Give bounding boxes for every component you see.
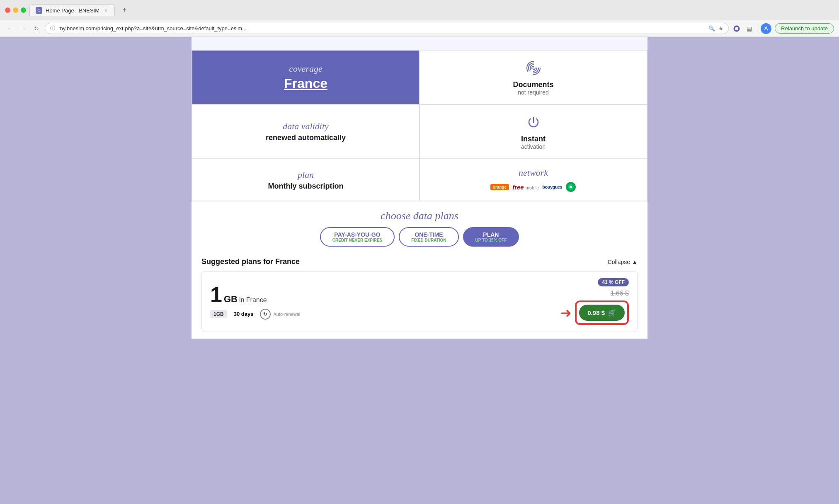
plan-tabs: PAY-AS-YOU-GO CREDIT NEVER EXPIRES ONE-T… bbox=[201, 227, 638, 247]
documents-sub: not required bbox=[518, 89, 549, 96]
puzzle-icon[interactable]: ▤ bbox=[744, 24, 754, 33]
documents-label: Documents bbox=[513, 80, 553, 89]
arrow-icon: ➜ bbox=[560, 305, 572, 321]
suggested-section: Suggested plans for France Collapse ▲ 1 … bbox=[192, 251, 647, 339]
network-cell: network orange free mobile bouygues bbox=[420, 159, 647, 201]
close-window-button[interactable] bbox=[5, 7, 10, 13]
active-tab[interactable]: ⬡ Home Page - BNESIM × bbox=[29, 4, 115, 16]
original-price: 1.66 $ bbox=[611, 290, 629, 297]
coverage-label: coverage bbox=[289, 63, 323, 74]
instant-label: Instant bbox=[521, 135, 546, 143]
free-mobile-logo: free mobile bbox=[512, 184, 539, 191]
choose-label: choose data plans bbox=[201, 210, 638, 222]
plan-cell: plan Monthly subscription bbox=[192, 159, 420, 201]
minimize-window-button[interactable] bbox=[13, 7, 18, 13]
tele2-logo bbox=[565, 182, 576, 192]
plan-renewal-item: ↻ Auto-renewal bbox=[260, 309, 300, 320]
plan-days-item: 30 days bbox=[234, 311, 254, 317]
new-tab-button[interactable]: + bbox=[118, 3, 131, 17]
info-grid: coverage France bbox=[192, 50, 647, 201]
tab-one-time[interactable]: ONE-TIME FIXED DURATION bbox=[399, 227, 458, 247]
svg-point-4 bbox=[570, 186, 572, 188]
coverage-value: France bbox=[284, 76, 327, 91]
traffic-lights bbox=[5, 7, 26, 13]
plan-label: plan bbox=[298, 170, 314, 180]
buy-button[interactable]: 0.98 $ 🛒 bbox=[579, 305, 625, 321]
buy-section: ➜ 0.98 $ 🛒 bbox=[560, 300, 629, 325]
plan-gb-label: GB bbox=[224, 294, 238, 305]
plan-value: Monthly subscription bbox=[268, 182, 344, 191]
plan-card: 1 GB in France 1GB 30 days bbox=[201, 271, 638, 332]
tab-favicon: ⬡ bbox=[36, 7, 42, 14]
page-wrapper: coverage France bbox=[0, 37, 839, 339]
separator bbox=[757, 24, 757, 33]
auto-renewal-icon: ↻ bbox=[260, 309, 271, 320]
browser-chrome: ⬡ Home Page - BNESIM × + ← → ↻ ⓘ my.bnes… bbox=[0, 0, 839, 37]
maximize-window-button[interactable] bbox=[21, 7, 26, 13]
plan-renewal-text: Auto-renewal bbox=[273, 312, 300, 317]
top-strip bbox=[192, 37, 647, 50]
plan-details: 1GB 30 days ↻ Auto-renewal bbox=[210, 309, 560, 320]
tab-title: Home Page - BNESIM bbox=[46, 7, 99, 14]
plan-card-left: 1 GB in France 1GB 30 days bbox=[210, 284, 560, 320]
data-validity-label: data validity bbox=[283, 121, 329, 132]
title-bar: ⬡ Home Page - BNESIM × + bbox=[0, 0, 839, 20]
svg-point-1 bbox=[735, 27, 738, 30]
forward-button[interactable]: → bbox=[18, 24, 28, 34]
tab-plan[interactable]: PLAN UP TO 35% OFF bbox=[463, 227, 519, 247]
plan-gb-display: 1 GB in France bbox=[210, 284, 560, 305]
plan-country: in France bbox=[239, 296, 267, 304]
relaunch-button[interactable]: Relaunch to update bbox=[775, 23, 834, 34]
plan-days-text: 30 days bbox=[234, 311, 254, 317]
choose-section: choose data plans PAY-AS-YOU-GO CREDIT N… bbox=[192, 201, 647, 251]
data-validity-value: renewed automatically bbox=[266, 133, 346, 142]
data-validity-cell: data validity renewed automatically bbox=[192, 104, 420, 159]
network-logos: orange free mobile bouygues bbox=[490, 182, 576, 192]
coverage-cell: coverage France bbox=[192, 50, 420, 104]
suggested-title: Suggested plans for France bbox=[201, 257, 300, 266]
plan-size-badge: 1GB bbox=[210, 310, 227, 318]
plan-size-item: 1GB bbox=[210, 310, 227, 318]
instant-sub: activation bbox=[521, 143, 546, 150]
fingerprint-icon bbox=[524, 59, 543, 77]
profile-button[interactable]: A bbox=[761, 23, 771, 34]
cart-icon: 🛒 bbox=[608, 309, 616, 317]
collapse-button[interactable]: Collapse ▲ bbox=[608, 259, 638, 265]
plan-gb-number: 1 bbox=[210, 284, 222, 305]
search-icon[interactable]: 🔍 bbox=[708, 25, 715, 32]
content-wrapper: coverage France bbox=[192, 37, 647, 339]
extensions-icon[interactable] bbox=[732, 24, 741, 33]
chevron-up-icon: ▲ bbox=[632, 259, 638, 265]
url-text: my.bnesim.com/pricing_ext.php?a=site&utm… bbox=[58, 25, 705, 32]
reload-button[interactable]: ↻ bbox=[32, 24, 41, 34]
address-bar: ← → ↻ ⓘ my.bnesim.com/pricing_ext.php?a=… bbox=[0, 20, 839, 37]
lock-icon: ⓘ bbox=[50, 25, 55, 32]
orange-logo: orange bbox=[490, 184, 509, 190]
power-icon bbox=[524, 113, 543, 131]
buy-button-highlight: 0.98 $ 🛒 bbox=[575, 300, 629, 325]
browser-icons: ▤ A Relaunch to update bbox=[732, 23, 834, 34]
discount-badge: 41 % OFF bbox=[598, 278, 629, 286]
back-button[interactable]: ← bbox=[5, 24, 15, 34]
tab-pay-as-you-go[interactable]: PAY-AS-YOU-GO CREDIT NEVER EXPIRES bbox=[320, 227, 395, 247]
url-bar[interactable]: ⓘ my.bnesim.com/pricing_ext.php?a=site&u… bbox=[45, 23, 729, 34]
instant-activation-cell: Instant activation bbox=[420, 104, 647, 159]
bookmark-icon[interactable]: ★ bbox=[718, 25, 723, 32]
tab-close-button[interactable]: × bbox=[103, 7, 109, 13]
documents-cell: Documents not required bbox=[420, 50, 647, 104]
bouygues-logo: bouygues bbox=[542, 184, 562, 189]
suggested-header: Suggested plans for France Collapse ▲ bbox=[201, 257, 638, 266]
plan-card-right: 41 % OFF 1.66 $ ➜ 0.98 $ 🛒 bbox=[560, 278, 629, 325]
network-label: network bbox=[519, 167, 548, 178]
